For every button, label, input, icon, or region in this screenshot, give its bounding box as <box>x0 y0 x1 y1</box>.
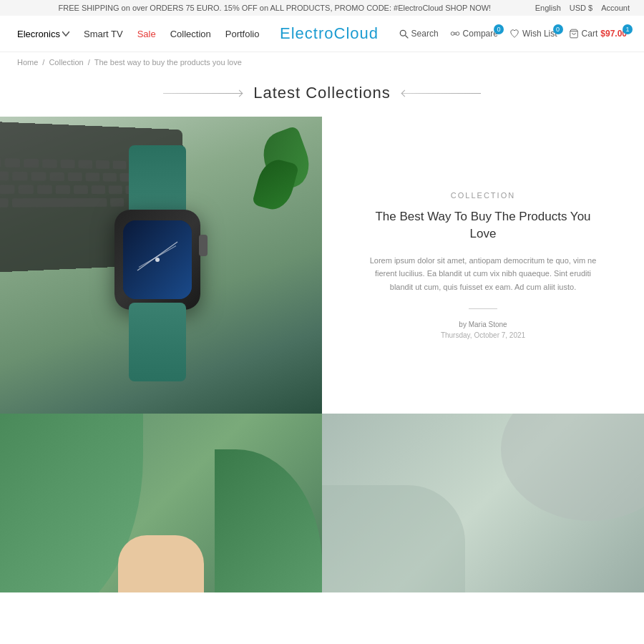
nav-portfolio[interactable]: Portfolio <box>225 29 260 39</box>
svg-rect-20 <box>31 172 47 180</box>
heart-icon <box>509 29 519 39</box>
currency-selector[interactable]: USD $ <box>570 4 592 12</box>
wishlist-label: Wish List <box>522 29 557 39</box>
text-divider <box>469 308 497 309</box>
nav-smart-tv[interactable]: Smart TV <box>84 29 123 39</box>
svg-line-1 <box>405 35 408 38</box>
search-button[interactable]: Search <box>399 29 439 39</box>
svg-point-40 <box>155 258 160 262</box>
watch-band-top <box>129 145 186 217</box>
svg-rect-33 <box>109 185 122 194</box>
plant-leaf-2 <box>252 156 299 214</box>
svg-rect-15 <box>113 161 127 170</box>
svg-rect-36 <box>12 198 107 208</box>
nav-left: Elecronics Smart TV Sale Collection Port… <box>17 29 259 39</box>
svg-rect-8 <box>0 158 1 167</box>
search-label: Search <box>411 29 439 39</box>
collection-grid: Collection The Best Way To Buy The Produ… <box>0 117 644 592</box>
logo-text-part1: Electro <box>280 24 333 42</box>
hand-shape <box>118 535 204 592</box>
watch-body <box>114 210 200 310</box>
breadcrumb-home[interactable]: Home <box>17 58 38 67</box>
svg-rect-14 <box>96 160 109 169</box>
svg-rect-30 <box>56 185 70 194</box>
featured-row: Collection The Best Way To Buy The Produ… <box>0 117 644 414</box>
bottom-left-cell[interactable] <box>0 414 322 592</box>
nav-right: Search 0 Compare 0 Wish List 1 Cart $97.… <box>399 29 627 39</box>
svg-rect-32 <box>92 185 106 194</box>
watch-screen <box>123 220 192 299</box>
section-title-area: Latest Collections <box>0 72 644 117</box>
logo-text-part2: Cloud <box>334 24 379 42</box>
chevron-down-icon <box>62 30 69 37</box>
compare-label: Compare <box>463 29 498 39</box>
featured-text-cell: Collection The Best Way To Buy The Produ… <box>322 117 644 414</box>
announcement-bar: FREE SHIPPING on over ORDERS 75 EURO. 15… <box>0 0 644 16</box>
watch-crown <box>199 235 208 256</box>
watch-display-svg <box>123 220 192 299</box>
svg-rect-21 <box>50 172 64 181</box>
post-author: by Maria Stone <box>459 321 507 328</box>
section-title: Latest Collections <box>253 84 391 102</box>
nav-electronics[interactable]: Elecronics <box>17 29 69 39</box>
breadcrumb-current: The best way to buy the products you lov… <box>94 58 242 67</box>
top-links: English USD $ Account <box>535 4 630 12</box>
post-category: Collection <box>451 191 515 200</box>
compare-badge: 0 <box>494 24 504 34</box>
post-date: Thursday, October 7, 2021 <box>441 331 525 339</box>
breadcrumb-collection[interactable]: Collection <box>49 58 83 67</box>
svg-rect-9 <box>5 158 20 167</box>
breadcrumb-sep2: / <box>88 58 90 67</box>
wishlist-badge: 0 <box>553 24 563 34</box>
nav-collection[interactable]: Collection <box>170 29 211 39</box>
breadcrumb: Home / Collection / The best way to buy … <box>0 52 644 72</box>
post-title: The Best Way To Buy The Products You Lov… <box>365 208 601 243</box>
svg-rect-12 <box>61 160 75 168</box>
title-line-right <box>402 93 481 94</box>
compare-icon <box>450 29 460 39</box>
svg-rect-35 <box>0 198 9 208</box>
bottom-right-cell[interactable] <box>322 414 644 592</box>
svg-rect-23 <box>86 172 100 181</box>
nav-sale[interactable]: Sale <box>137 29 156 39</box>
account-link[interactable]: Account <box>601 4 630 12</box>
wishlist-button[interactable]: 0 Wish List <box>509 29 557 39</box>
cart-button[interactable]: 1 Cart $97.00 <box>569 29 627 39</box>
svg-rect-22 <box>68 172 82 181</box>
watch-image-cell[interactable] <box>0 117 322 414</box>
grey-bg-shape1 <box>501 414 644 521</box>
title-line-left <box>163 93 242 94</box>
svg-rect-27 <box>0 185 14 194</box>
cart-icon <box>569 29 579 39</box>
svg-rect-18 <box>0 172 9 181</box>
cart-badge: 1 <box>623 24 633 34</box>
cart-label: Cart <box>582 29 598 39</box>
compare-button[interactable]: 0 Compare <box>450 29 498 39</box>
post-description: Lorem ipsum dolor sit amet, antiopam dem… <box>365 254 601 294</box>
svg-point-3 <box>456 32 459 36</box>
svg-rect-24 <box>103 173 117 182</box>
header: Elecronics Smart TV Sale Collection Port… <box>0 16 644 52</box>
svg-rect-31 <box>74 185 88 194</box>
row-3 <box>0 414 644 592</box>
svg-rect-19 <box>12 172 27 181</box>
breadcrumb-sep1: / <box>42 58 44 67</box>
svg-rect-28 <box>19 185 34 194</box>
svg-rect-11 <box>42 159 57 167</box>
logo[interactable]: ElectroCloud <box>280 24 379 43</box>
svg-point-0 <box>400 30 406 36</box>
svg-rect-29 <box>37 185 52 194</box>
watch-band-bottom <box>129 303 186 381</box>
svg-rect-10 <box>24 159 39 168</box>
svg-rect-13 <box>78 160 92 169</box>
grey-bg-shape2 <box>322 485 465 592</box>
svg-point-2 <box>451 32 454 36</box>
search-icon <box>399 29 409 39</box>
svg-rect-37 <box>110 198 124 207</box>
green-bg-shape2 <box>215 449 322 592</box>
language-selector[interactable]: English <box>535 4 561 12</box>
promo-text: FREE SHIPPING on over ORDERS 75 EURO. 15… <box>14 4 535 12</box>
